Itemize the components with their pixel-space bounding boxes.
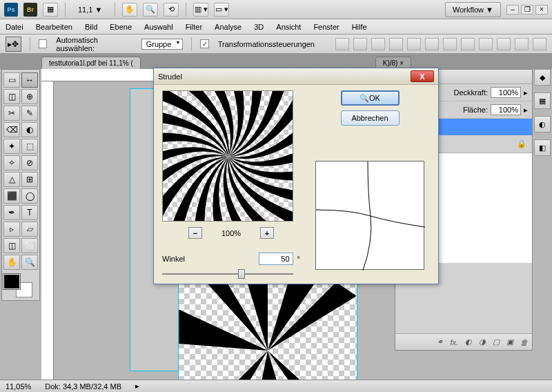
tool-button[interactable]: ⊕	[21, 89, 38, 104]
align-icon[interactable]	[407, 38, 421, 50]
tool-button[interactable]: ◐	[21, 122, 38, 137]
tool-button[interactable]: ✒	[3, 205, 20, 220]
distribute-icon[interactable]	[443, 38, 457, 50]
fill-flyout-icon[interactable]: ▸	[524, 106, 528, 115]
tool-button[interactable]: ↔	[21, 72, 38, 88]
cancel-button[interactable]: Abbrechen	[341, 110, 400, 126]
tool-button[interactable]: T	[21, 205, 38, 220]
slider-thumb[interactable]	[238, 269, 245, 279]
distribute-icon[interactable]	[461, 38, 475, 50]
tool-button[interactable]: ✎	[21, 106, 38, 121]
status-zoom[interactable]: 11,05%	[6, 382, 31, 391]
collapsed-panel-icon[interactable]: ◧	[534, 139, 551, 156]
tool-button[interactable]: ⊘	[21, 155, 38, 170]
tool-button[interactable]: ✦	[3, 139, 20, 154]
menu-ebene[interactable]: Ebene	[110, 23, 132, 31]
zoom-in-button[interactable]: +	[260, 227, 274, 239]
distribute-icon[interactable]	[497, 38, 511, 50]
align-icon[interactable]	[371, 38, 385, 50]
zoom-out-button[interactable]: −	[188, 227, 202, 239]
close-app-button[interactable]: ×	[535, 5, 548, 14]
options-bar: ▸✥ Automatisch auswählen: Gruppe Transfo…	[0, 35, 552, 54]
winkel-slider[interactable]	[162, 268, 293, 280]
tool-button[interactable]: ✋	[3, 255, 20, 270]
distribute-icon[interactable]	[515, 38, 529, 50]
active-tool-icon[interactable]: ▸✥	[6, 37, 21, 52]
mask-icon[interactable]: ◐	[465, 337, 472, 346]
align-icon[interactable]	[353, 38, 367, 50]
link-icon[interactable]: ⚭	[437, 337, 443, 346]
status-docsize[interactable]: Dok: 34,3 MB/32,4 MB	[45, 382, 121, 391]
tool-button[interactable]: ⬚	[21, 139, 38, 154]
opacity-input[interactable]: 100%	[491, 87, 521, 98]
foreground-color-swatch[interactable]	[3, 274, 20, 289]
menu-analyse[interactable]: Analyse	[215, 23, 241, 31]
screen-modes-button[interactable]: ▭ ▾	[214, 3, 229, 17]
tool-button[interactable]: ▱	[21, 222, 38, 237]
screen-mode-button[interactable]: ▦	[43, 3, 58, 17]
dialog-titlebar[interactable]: Strudel X	[154, 68, 438, 85]
transform-controls-checkbox[interactable]	[200, 39, 208, 48]
transform-controls-label: Transformationssteuerungen	[218, 40, 315, 48]
distribute-icon[interactable]	[479, 38, 493, 50]
fx-button[interactable]: fx.	[450, 338, 458, 346]
dialog-close-button[interactable]: X	[411, 70, 434, 82]
zoom-display[interactable]: 11,1 ▼	[72, 4, 108, 15]
align-icon[interactable]	[389, 38, 403, 50]
arrange-docs-button[interactable]: ▥ ▾	[193, 3, 208, 17]
align-icon[interactable]	[335, 38, 349, 50]
new-layer-icon[interactable]: ▣	[506, 337, 513, 346]
color-swatches[interactable]	[3, 274, 32, 297]
bridge-icon[interactable]: Br	[23, 3, 37, 17]
menu-filter[interactable]: Filter	[186, 23, 202, 31]
menu-hilfe[interactable]: Hilfe	[352, 23, 367, 31]
distribute-icon[interactable]	[533, 38, 546, 50]
winkel-input[interactable]	[259, 253, 293, 265]
minimize-button[interactable]: –	[506, 5, 519, 14]
tool-button[interactable]: ▹	[3, 222, 20, 237]
auto-select-checkbox[interactable]	[39, 39, 47, 48]
tool-button[interactable]: ◫	[3, 89, 20, 104]
tool-button[interactable]: ⬜	[21, 238, 38, 253]
collapsed-panel-icon[interactable]: ▦	[534, 92, 551, 109]
layer-content[interactable]	[178, 282, 357, 380]
document-tabbar: testtutoria1l.pdf bei 11,1% ( K)/8) ×	[0, 54, 552, 69]
document-tab-active[interactable]: testtutoria1l.pdf bei 11,1% (	[41, 57, 141, 69]
fill-input[interactable]: 100%	[491, 104, 521, 115]
tool-button[interactable]: ◯	[21, 188, 38, 204]
align-icon[interactable]	[425, 38, 439, 50]
tool-button[interactable]: ⊞	[21, 172, 38, 187]
curve-preview	[315, 161, 424, 270]
rotate-view-shortcut[interactable]: ⟲	[164, 3, 179, 17]
folder-icon[interactable]: ▢	[493, 337, 500, 346]
opacity-flyout-icon[interactable]: ▸	[524, 88, 528, 97]
menu-fenster[interactable]: Fenster	[313, 23, 339, 31]
collapsed-panel-icon[interactable]: ◐	[534, 116, 551, 133]
auto-select-dropdown[interactable]: Gruppe	[141, 39, 184, 50]
menu-bearbeiten[interactable]: Bearbeiten	[36, 23, 72, 31]
hand-tool-shortcut[interactable]: ✋	[122, 3, 137, 17]
tool-button[interactable]: ◫	[3, 238, 20, 253]
menu-bild[interactable]: Bild	[85, 23, 97, 31]
tool-button[interactable]: ✧	[3, 155, 20, 170]
filter-preview[interactable]	[162, 90, 293, 222]
menu-3d[interactable]: 3D	[254, 23, 264, 31]
menu-auswahl[interactable]: Auswahl	[144, 23, 173, 31]
tool-button[interactable]: ⬛	[3, 188, 20, 204]
restore-button[interactable]: ❐	[521, 5, 533, 14]
tool-button[interactable]: 🔍	[21, 255, 38, 270]
collapsed-panel-icon[interactable]: ◆	[534, 69, 551, 86]
tool-button[interactable]: ✂	[3, 106, 20, 121]
workspace-switcher[interactable]: Workflow ▼	[445, 2, 501, 17]
ok-button[interactable]: 🔍 OK	[341, 90, 400, 106]
menu-datei[interactable]: Datei	[6, 23, 23, 31]
layers-panel-footer: ⚭ fx. ◐ ◑ ▢ ▣ 🗑	[395, 333, 532, 350]
trash-icon[interactable]: 🗑	[520, 338, 528, 346]
tool-button[interactable]: △	[3, 172, 20, 187]
tool-button[interactable]: ⌫	[3, 122, 20, 137]
adjustment-icon[interactable]: ◑	[479, 337, 486, 346]
menu-ansicht[interactable]: Ansicht	[276, 23, 301, 31]
status-bar: 11,05% Dok: 34,3 MB/32,4 MB ▸	[0, 380, 552, 392]
tool-button[interactable]: ▭	[3, 72, 20, 88]
zoom-tool-shortcut[interactable]: 🔍	[143, 3, 158, 17]
